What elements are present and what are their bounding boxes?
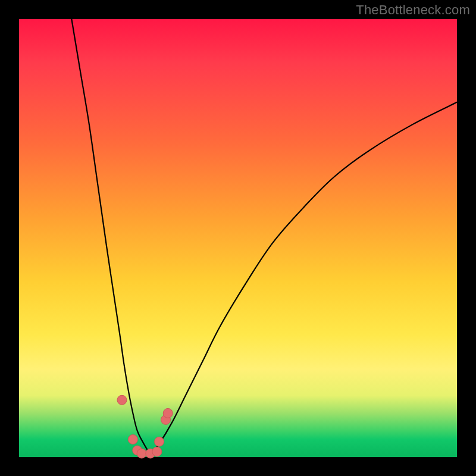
data-point [128,435,137,444]
data-point [155,437,164,446]
chart-frame: TheBottleneck.com [0,0,476,476]
data-point [163,408,173,418]
curve-left-curve [71,19,150,455]
plot-area [19,19,457,457]
watermark-text: TheBottleneck.com [356,2,470,18]
data-point [152,447,162,456]
data-point [137,449,146,458]
curve-layer [19,19,457,457]
data-point [117,395,127,405]
curve-right-curve [151,102,457,455]
